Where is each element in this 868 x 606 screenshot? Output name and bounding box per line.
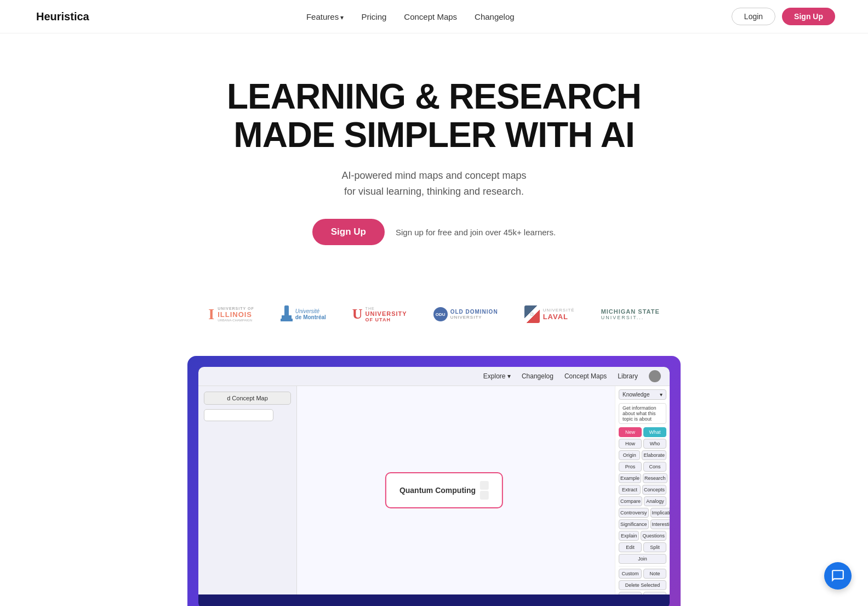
panel-divider: [619, 566, 666, 567]
panel-row-extract-concepts: Extract Concepts: [619, 485, 666, 495]
demo-avatar[interactable]: [649, 370, 661, 382]
login-button[interactable]: Login: [732, 8, 775, 25]
panel-btn-join[interactable]: Join: [619, 554, 666, 564]
nav-concept-maps[interactable]: Concept Maps: [404, 12, 457, 21]
nav-changelog[interactable]: Changelog: [475, 12, 515, 21]
panel-btn-save[interactable]: Save: [643, 592, 666, 594]
panel-row-controversy-implications: Controversy Implications: [619, 508, 666, 518]
demo-node[interactable]: Quantum Computing: [385, 472, 503, 508]
demo-create-map-btn[interactable]: d Concept Map: [204, 392, 291, 405]
demo-body: d Concept Map Quantum Computing: [198, 386, 670, 594]
hero-section: LEARNING & RESEARCH MADE SIMPLER WITH AI…: [0, 33, 868, 305]
logo-michigan-state: MICHIGAN STATE UNIVERSIT...: [601, 308, 660, 320]
panel-tooltip: Get information about what this topic is…: [619, 403, 666, 424]
panel-row-edit-split: Edit Split: [619, 542, 666, 552]
hero-title: LEARNING & RESEARCH MADE SIMPLER WITH AI: [198, 77, 670, 155]
panel-row-explain-questions: Explain Questions: [619, 531, 666, 541]
panel-row-how-who: How Who: [619, 439, 666, 449]
logo-montreal: Université de Montréal: [281, 305, 326, 323]
logo-illinois: I UNIVERSITY OF ILLINOIS URBANA-CHAMPAIG…: [208, 305, 254, 323]
panel-row-compare-analogy: Compare Analogy: [619, 496, 666, 506]
demo-wrapper: Explore Changelog Concept Maps Library d…: [0, 356, 868, 606]
panel-btn-compare[interactable]: Compare: [619, 496, 642, 506]
panel-btn-what[interactable]: What: [643, 427, 666, 437]
panel-btn-who[interactable]: Who: [643, 439, 666, 449]
panel-btn-explain[interactable]: Explain: [619, 531, 639, 541]
node-icon-info[interactable]: [480, 481, 489, 490]
panel-row-custom-note: Custom Note: [619, 569, 666, 579]
panel-btn-elaborate[interactable]: Elaborate: [642, 450, 666, 460]
panel-btn-delete-selected[interactable]: Delete Selected: [619, 580, 666, 590]
panel-btn-concepts[interactable]: Concepts: [642, 485, 666, 495]
chat-bubble-button[interactable]: [824, 562, 852, 590]
panel-btn-example[interactable]: Example: [619, 473, 641, 483]
demo-node-label: Quantum Computing: [399, 486, 476, 495]
demo-sidebar: d Concept Map: [198, 386, 297, 594]
panel-btn-interesting[interactable]: Interesting: [650, 519, 670, 529]
demo-sidebar-input[interactable]: [204, 409, 273, 421]
demo-inner: Explore Changelog Concept Maps Library d…: [198, 367, 670, 606]
demo-topbar: Explore Changelog Concept Maps Library: [198, 367, 670, 386]
panel-btn-questions[interactable]: Questions: [641, 531, 666, 541]
panel-knowledge-dropdown[interactable]: Knowledge▾: [619, 389, 666, 400]
panel-btn-significance[interactable]: Significance: [619, 519, 649, 529]
panel-btn-custom[interactable]: Custom: [619, 569, 642, 579]
hero-cta-row: Sign Up Sign up for free and join over 4…: [11, 219, 857, 245]
panel-btn-controversy[interactable]: Controversy: [619, 508, 649, 518]
logo-text: Heuristica: [36, 10, 89, 23]
nav-links: Features Pricing Concept Maps Changelog: [306, 12, 515, 21]
hero-cta-text: Sign up for free and join over 45k+ lear…: [396, 228, 556, 237]
demo-library[interactable]: Library: [618, 372, 638, 380]
hero-subtitle: AI-powered mind maps and concept maps fo…: [11, 168, 857, 200]
demo-panel: Knowledge▾ Get information about what th…: [615, 386, 670, 594]
panel-row-significance-interesting: Significance Interesting: [619, 519, 666, 529]
panel-btn-research[interactable]: Research: [643, 473, 667, 483]
panel-btn-cons[interactable]: Cons: [643, 462, 666, 472]
panel-row-origin-elaborate: Origin Elaborate: [619, 450, 666, 460]
panel-btn-extract[interactable]: Extract: [619, 485, 641, 495]
demo-container: Explore Changelog Concept Maps Library d…: [187, 356, 681, 606]
logo-laval: ✦ UNIVERSITÉ LAVAL: [524, 305, 575, 323]
panel-row-pros-cons: Pros Cons: [619, 462, 666, 472]
demo-explore[interactable]: Explore: [483, 372, 511, 380]
navbar: Heuristica Features Pricing Concept Maps…: [0, 0, 868, 33]
panel-btn-analogy[interactable]: Analogy: [644, 496, 666, 506]
panel-btn-split[interactable]: Split: [643, 542, 666, 552]
nav-pricing[interactable]: Pricing: [361, 12, 386, 21]
nav-buttons: Login Sign Up: [732, 8, 835, 25]
nav-features[interactable]: Features: [306, 12, 344, 21]
panel-btn-how[interactable]: How: [619, 439, 642, 449]
logo-old-dominion: ODU OLD DOMINION UNIVERSITY: [433, 307, 498, 321]
panel-row-example-research: Example Research: [619, 473, 666, 483]
node-icons: [480, 481, 489, 500]
panel-btn-new[interactable]: New: [619, 427, 642, 437]
panel-btn-save-as[interactable]: Save As: [619, 592, 642, 594]
demo-changelog[interactable]: Changelog: [522, 372, 553, 380]
panel-btn-origin[interactable]: Origin: [619, 450, 640, 460]
logo-utah: U THE UNIVERSITY OF UTAH: [352, 306, 407, 322]
panel-row-new-what: New What: [619, 427, 666, 437]
signup-hero-button[interactable]: Sign Up: [312, 219, 385, 245]
university-logos: I UNIVERSITY OF ILLINOIS URBANA-CHAMPAIG…: [0, 305, 868, 356]
panel-btn-implications[interactable]: Implications: [650, 508, 670, 518]
demo-concept-maps[interactable]: Concept Maps: [564, 372, 607, 380]
panel-btn-edit[interactable]: Edit: [619, 542, 642, 552]
demo-canvas: Quantum Computing: [297, 386, 615, 594]
logo[interactable]: Heuristica: [33, 10, 89, 23]
panel-btn-pros[interactable]: Pros: [619, 462, 642, 472]
panel-row-saveas-save: Save As Save: [619, 592, 666, 594]
node-icon-settings[interactable]: [480, 491, 489, 500]
signup-nav-button[interactable]: Sign Up: [782, 8, 835, 25]
panel-btn-note[interactable]: Note: [643, 569, 666, 579]
